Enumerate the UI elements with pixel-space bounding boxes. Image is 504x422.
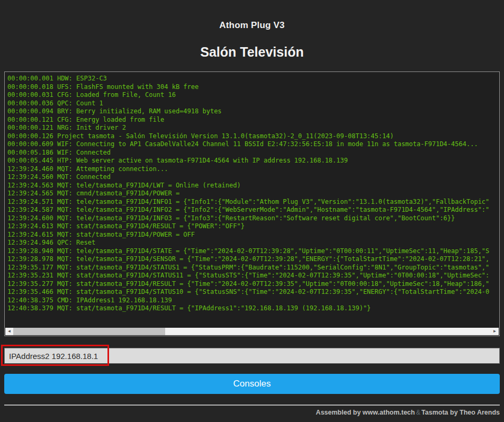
consoles-button[interactable]: Consoles xyxy=(4,374,500,394)
tasmota-console-page: Athom Plug V3 Salón Televisión 00:00:00.… xyxy=(0,0,504,416)
console-line: 00:00:00.094 BRY: Berry initialized, RAM… xyxy=(7,107,499,116)
console-line: 12:39:28.940 MQT: tele/tasmota_F971D4/ST… xyxy=(7,247,499,256)
footer-separator: & xyxy=(415,409,421,416)
console-line: 00:00:00.609 WIF: Connecting to AP1 Casa… xyxy=(7,140,499,149)
console-line: 12:39:24.563 MQT: tele/tasmota_F971D4/LW… xyxy=(7,182,499,190)
scroll-left-arrow-icon[interactable]: ◄ xyxy=(5,328,13,335)
console-line: 00:00:00.036 QPC: Count 1 xyxy=(7,100,499,108)
console-line: 12:39:35.231 MQT: stat/tasmota_F971D4/ST… xyxy=(7,272,499,280)
console-line: 12:39:24.565 MQT: cmnd/tasmota_F971D4/PO… xyxy=(7,190,499,198)
console-line: 00:00:00.001 HDW: ESP32-C3 xyxy=(7,75,499,83)
console-line: 12:39:35.177 MQT: stat/tasmota_F971D4/ST… xyxy=(7,264,499,272)
console-line: 12:39:24.571 MQT: tele/tasmota_F971D4/IN… xyxy=(7,198,499,206)
console-line: 00:00:00.121 CFG: Energy loaded from fil… xyxy=(7,116,499,124)
command-input-row xyxy=(4,348,500,364)
console-line: 12:39:35.466 MQT: stat/tasmota_F971D4/ST… xyxy=(7,288,499,297)
tasmota-credit-link[interactable]: Tasmota by Theo Arends xyxy=(421,409,500,416)
page-title: Athom Plug V3 xyxy=(4,20,500,31)
device-name: Salón Televisión xyxy=(4,44,500,60)
console-line: 12:39:24.560 MQT: Connected xyxy=(7,173,499,182)
scroll-right-arrow-icon[interactable]: ► xyxy=(491,328,499,335)
console-line: 12:39:24.460 MQT: Attempting connection.… xyxy=(7,165,499,174)
console-line: 12:39:24.587 MQT: tele/tasmota_F971D4/IN… xyxy=(7,206,499,214)
console-line: 00:00:00.121 NRG: Init driver 2 xyxy=(7,124,499,132)
console-line: 12:39:24.946 QPC: Reset xyxy=(7,239,499,247)
console-line: 12:39:24.600 MQT: tele/tasmota_F971D4/IN… xyxy=(7,214,499,223)
console-line: 00:00:05.186 WIF: Connected xyxy=(7,149,499,157)
console-line: 12:40:38.379 MQT: stat/tasmota_F971D4/RE… xyxy=(7,304,499,313)
scrollbar-thumb[interactable] xyxy=(13,328,165,335)
console-log[interactable]: 00:00:00.001 HDW: ESP32-C300:00:00.018 U… xyxy=(4,71,500,336)
console-line: 00:00:05.445 HTP: Web server active on t… xyxy=(7,157,499,165)
console-line: 00:00:00.031 CFG: Loaded from File, Coun… xyxy=(7,91,499,100)
console-line: 00:00:00.126 Project tasmota - Salón Tel… xyxy=(7,132,499,141)
footer-divider xyxy=(4,405,500,406)
console-line: 00:00:00.018 UFS: FlashFS mounted with 3… xyxy=(7,83,499,92)
console-line: 12:40:38.375 CMD: IPAddress1 192.168.18.… xyxy=(7,297,499,305)
console-line: 12:39:24.615 MQT: stat/tasmota_F971D4/PO… xyxy=(7,231,499,239)
console-line: 12:39:24.613 MQT: stat/tasmota_F971D4/RE… xyxy=(7,222,499,231)
assembled-by-link[interactable]: Assembled by www.athom.tech xyxy=(316,409,415,416)
console-line: 12:39:35.277 MQT: stat/tasmota_F971D4/RE… xyxy=(7,280,499,289)
console-line: 12:39:28.978 MQT: tele/tasmota_F971D4/SE… xyxy=(7,255,499,264)
command-input[interactable] xyxy=(4,348,500,364)
horizontal-scrollbar[interactable]: ◄ ► xyxy=(5,328,499,335)
footer: Assembled by www.athom.tech&Tasmota by T… xyxy=(4,409,500,416)
